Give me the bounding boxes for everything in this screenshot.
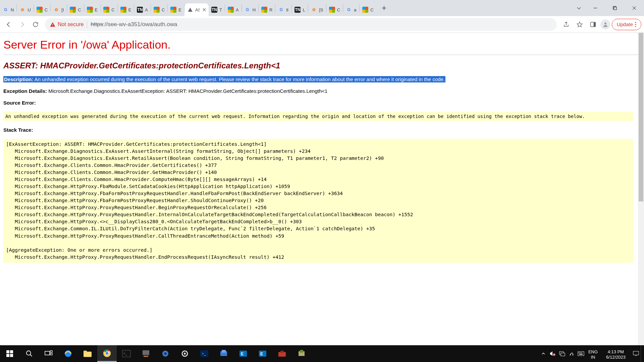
svg-rect-55 [579,354,583,355]
tab-title: C [78,7,81,12]
window-close-button[interactable] [625,0,644,16]
error-page: Server Error in '/owa' Application. ASSE… [0,33,644,263]
browser-tab[interactable]: TNL [292,3,308,16]
tn-favicon-icon: TN [211,7,217,13]
system-tray: ENG IN 4:13 PM 6/12/2023 [539,345,644,362]
forward-button[interactable] [16,18,28,31]
new-tab-button[interactable] [378,2,390,14]
side-panel-button[interactable] [587,18,599,31]
taskbar-server-manager[interactable] [136,345,156,362]
browser-tab[interactable]: Gtl [275,3,291,16]
tab-title: A [236,7,239,12]
back-button[interactable] [3,18,15,31]
tab-close-button[interactable] [202,7,206,12]
tab-title: AS [195,7,200,12]
browser-titlebar: GN✿UC✿[ICECETNACEASTNTAGHRGtlTNL✿[SCGaC [0,0,644,16]
taskbar-app-generic-1[interactable] [214,345,233,362]
browser-tab[interactable]: ✿[I [51,3,67,16]
search-button[interactable] [19,345,39,362]
tray-app-icon[interactable] [567,345,576,362]
ms-favicon-icon [329,7,335,13]
browser-tab[interactable]: C [326,3,343,16]
reload-button[interactable] [30,18,42,31]
not-secure-indicator[interactable]: Not secure [50,21,84,27]
svg-text:>_: >_ [202,351,206,356]
svg-rect-53 [581,353,581,353]
taskbar-explorer[interactable] [78,345,97,362]
tab-title: C [162,7,165,12]
browser-tab[interactable]: C [151,3,167,16]
browser-tab[interactable]: C [360,3,376,16]
tray-overflow-button[interactable] [539,345,548,362]
browser-tab[interactable]: GH [242,3,258,16]
address-bar[interactable]: Not secure https://see-wv-a351/owa/auth.… [45,18,557,31]
browser-tab[interactable]: GN [0,3,16,16]
browser-tab[interactable]: C [34,3,50,16]
tab-title: C [45,7,48,12]
share-button[interactable] [560,18,572,31]
url-text: https://see-wv-a351/owa/auth.owa [91,21,177,28]
browser-tab[interactable]: ✿U [17,3,33,16]
browser-tab[interactable]: E [84,3,101,16]
g-favicon-icon: G [3,7,9,13]
taskbar-app-generic-2[interactable] [292,345,311,362]
task-view-button[interactable] [39,345,58,362]
g-favicon-icon: G [245,7,251,13]
browser-tab[interactable]: R [259,3,275,16]
tab-search-button[interactable] [572,1,586,15]
exception-line: Exception Details: Microsoft.Exchange.Di… [3,88,641,94]
language-indicator[interactable]: ENG IN [586,347,600,360]
taskbar-exchange-1[interactable]: E [233,345,253,362]
browser-tab[interactable]: E [168,3,184,16]
ms-favicon-icon [154,7,160,13]
browser-tab[interactable]: AS [184,3,209,16]
warn-favicon-icon [187,7,193,13]
tab-title: C [111,7,114,12]
action-center-button[interactable] [631,345,641,362]
svg-rect-36 [222,350,226,353]
svg-point-30 [164,352,167,355]
tray-keyboard-icon[interactable] [576,345,586,362]
start-button[interactable] [0,345,19,362]
browser-tab[interactable]: TNT [209,3,225,16]
taskbar-powershell[interactable]: >_ [195,345,214,362]
update-label: Update [617,21,633,27]
taskbar-toolbox[interactable] [272,345,292,362]
vertical-scrollbar[interactable] [638,33,644,345]
svg-rect-2 [52,24,53,25]
browser-tab[interactable]: C [101,3,117,16]
tab-title: C [370,7,373,12]
taskbar-services[interactable] [156,345,175,362]
browser-tab[interactable]: C [67,3,84,16]
browser-tab[interactable]: E [118,3,134,16]
taskbar-cmd[interactable]: >_ [117,345,136,362]
update-button[interactable]: Update [612,19,641,30]
taskbar-ie[interactable] [58,345,78,362]
tray-network-icon[interactable] [557,345,567,362]
svg-rect-1 [614,7,616,10]
ms-favicon-icon [120,7,126,13]
svg-rect-51 [579,353,579,353]
window-minimize-button[interactable] [586,0,605,16]
scrollbar-thumb[interactable] [639,33,643,201]
taskbar-chrome[interactable] [97,345,117,362]
sf-favicon-icon: ✿ [19,7,25,13]
browser-tab[interactable]: TNA [134,3,151,16]
svg-point-7 [635,22,636,23]
show-desktop-button[interactable] [641,345,643,362]
browser-tab[interactable]: ✿[S [308,3,326,16]
profile-button[interactable] [600,19,610,29]
svg-rect-17 [50,353,52,355]
browser-tab[interactable]: A [225,3,241,16]
bookmark-button[interactable] [574,18,586,31]
svg-rect-5 [593,22,595,26]
window-maximize-button[interactable] [605,0,625,16]
browser-tab[interactable]: Ga [343,3,359,16]
clock[interactable]: 4:13 PM 6/12/2023 [600,347,631,360]
browser-tabs: GN✿UC✿[ICECETNACEASTNTAGHRGtlTNL✿[SCGaC [0,0,376,16]
taskbar-app-gear[interactable] [175,345,195,362]
svg-text:>_: >_ [123,352,127,355]
taskbar-exchange-2[interactable]: E [253,345,272,362]
kebab-icon [635,22,636,27]
tray-volume-icon[interactable] [548,345,557,362]
